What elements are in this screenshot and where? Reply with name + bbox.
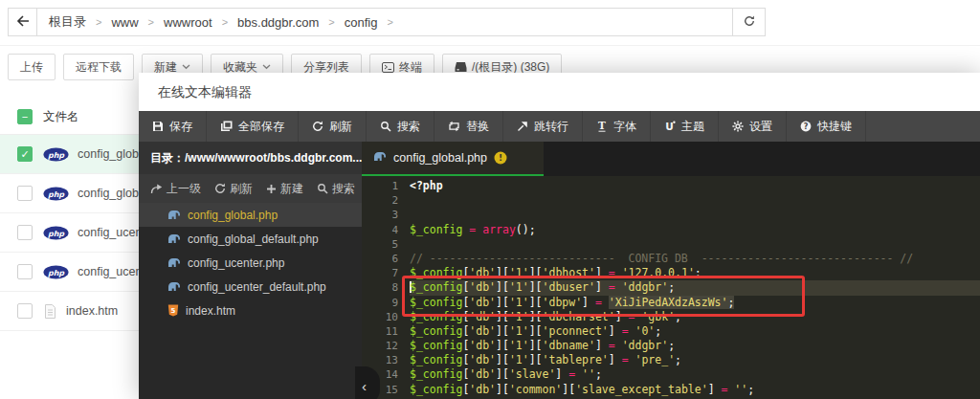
code-line[interactable]: 9$_config['db']['1']['dbpw'] = 'XiJiPedA… bbox=[362, 296, 980, 310]
code-token: ; bbox=[747, 383, 754, 396]
editor-body: 目录：/www/wwwroot/bbs.ddgbr.com... 上一级刷新新建… bbox=[139, 142, 980, 399]
code-line[interactable]: 2 bbox=[362, 193, 980, 208]
code-area[interactable]: 1<?php234$_config = array();56// -------… bbox=[362, 176, 980, 399]
editor-toolbar-button[interactable]: ?快捷键 bbox=[787, 111, 866, 142]
tree-item[interactable]: config_global_default.php bbox=[139, 227, 362, 251]
line-number: 13 bbox=[362, 353, 410, 367]
tree-item[interactable]: 5index.htm bbox=[139, 299, 362, 322]
tree-item[interactable]: config_ucenter.php bbox=[139, 251, 362, 275]
row-checkbox[interactable] bbox=[17, 303, 33, 319]
line-number: 6 bbox=[362, 252, 410, 266]
code-token bbox=[602, 296, 609, 309]
code-line[interactable]: 4$_config = array(); bbox=[362, 223, 980, 237]
editor-toolbar-button[interactable]: U主题 bbox=[651, 111, 719, 142]
php-badge-icon: php bbox=[43, 265, 69, 279]
editor-toolbar-button[interactable]: 刷新 bbox=[299, 111, 367, 142]
action-button[interactable]: 远程下载 bbox=[63, 54, 134, 80]
collapse-tree-handle[interactable]: ‹ bbox=[355, 366, 380, 399]
row-checkbox[interactable] bbox=[17, 186, 33, 201]
code-line[interactable]: 11$_config['db']['1']['pconnect'] = '0'; bbox=[362, 324, 980, 339]
code-token: $_config bbox=[410, 310, 462, 323]
editor-toolbar-button[interactable]: T字体 bbox=[583, 111, 651, 142]
code-token: 'db' bbox=[469, 280, 496, 294]
current-directory: 目录：/www/wwwroot/bbs.ddgbr.com... bbox=[139, 142, 362, 174]
editor-toolbar-button[interactable]: 全部保存 bbox=[207, 111, 299, 142]
code-token: $_config bbox=[410, 353, 462, 366]
code-text: $_config['db']['slave'] = ''; bbox=[410, 367, 980, 382]
breadcrumb-item[interactable]: bbs.ddgbr.com bbox=[237, 15, 319, 30]
line-number: 7 bbox=[362, 266, 410, 280]
php-file-icon bbox=[167, 281, 181, 292]
tab-filename: config_global.php bbox=[393, 151, 487, 165]
code-text bbox=[410, 208, 980, 222]
code-token: 'db' bbox=[469, 339, 496, 352]
breadcrumb-item[interactable]: config bbox=[345, 15, 378, 30]
tree-item[interactable]: config_global.php bbox=[139, 203, 362, 227]
refresh-button[interactable] bbox=[732, 9, 765, 35]
code-text bbox=[410, 193, 980, 208]
tree-toolbar-label: 搜索 bbox=[332, 181, 355, 197]
tree-toolbar-button[interactable]: 新建 bbox=[266, 181, 303, 197]
code-line[interactable]: 12$_config['db']['1']['dbname'] = 'ddgbr… bbox=[362, 339, 980, 353]
code-token: = bbox=[595, 296, 602, 309]
editor-toolbar-button[interactable]: 搜索 bbox=[367, 111, 434, 142]
code-line[interactable]: 8$_config['db']['1']['dbuser'] = 'ddgbr'… bbox=[362, 280, 980, 295]
editor-toolbar-label: 设置 bbox=[749, 119, 772, 135]
code-line[interactable]: 1<?php bbox=[362, 179, 980, 193]
editor-toolbar-label: 搜索 bbox=[397, 119, 420, 135]
code-line[interactable]: 3 bbox=[362, 208, 980, 222]
tree-item[interactable]: config_ucenter_default.php bbox=[139, 275, 362, 299]
editor-toolbar-button[interactable]: 保存 bbox=[139, 111, 207, 142]
breadcrumb-item[interactable]: wwwroot bbox=[164, 15, 212, 30]
php-file-icon bbox=[167, 257, 181, 268]
code-line[interactable]: 6// ---------------------------- CONFIG … bbox=[362, 252, 980, 266]
breadcrumb-item[interactable]: 根目录 bbox=[49, 13, 86, 31]
tree-toolbar-button[interactable]: 搜索 bbox=[317, 181, 355, 197]
refresh-icon bbox=[744, 15, 755, 30]
tree-toolbar-button[interactable]: 上一级 bbox=[150, 181, 201, 197]
code-token: $_config bbox=[410, 367, 462, 381]
code-token: 'ddgbr' bbox=[622, 339, 668, 352]
code-token: ] bbox=[582, 296, 595, 309]
back-button[interactable] bbox=[9, 9, 37, 35]
code-text: $_config['db']['1']['tablepre'] = 'pre_'… bbox=[410, 353, 980, 367]
code-token bbox=[629, 353, 635, 366]
code-token: ][ bbox=[529, 280, 543, 294]
code-token: = bbox=[609, 339, 615, 352]
php-file-icon bbox=[373, 151, 387, 165]
svg-text:php: php bbox=[48, 189, 65, 198]
code-token: 'db' bbox=[469, 367, 496, 381]
code-token: = bbox=[629, 310, 635, 323]
editor-toolbar-button[interactable]: 跳转行 bbox=[503, 111, 583, 142]
code-text: $_config['db']['1']['dbuser'] = 'ddgbr'; bbox=[410, 280, 980, 295]
code-line[interactable]: 5 bbox=[362, 237, 980, 252]
code-line[interactable]: 14$_config['db']['slave'] = ''; bbox=[362, 367, 980, 382]
code-line[interactable]: 13$_config['db']['1']['tablepre'] = 'pre… bbox=[362, 353, 980, 367]
row-checkbox[interactable] bbox=[17, 264, 33, 279]
row-checkbox[interactable] bbox=[17, 225, 33, 240]
up-level-icon bbox=[150, 184, 163, 194]
select-all-checkbox[interactable]: − bbox=[17, 109, 33, 124]
editor-toolbar-button[interactable]: 设置 bbox=[719, 111, 787, 142]
action-button[interactable]: 上传 bbox=[8, 54, 56, 80]
breadcrumb-separator: > bbox=[387, 16, 392, 28]
php-badge-icon: php bbox=[43, 147, 69, 162]
tree-toolbar-button[interactable]: 刷新 bbox=[214, 181, 253, 197]
row-checkbox[interactable]: ✓ bbox=[17, 146, 33, 162]
editor-tab[interactable]: config_global.php ! bbox=[362, 142, 544, 176]
code-token: ; bbox=[727, 296, 734, 309]
dir-path: /www/wwwroot/bbs.ddgbr.com... bbox=[185, 151, 362, 165]
breadcrumb-separator: > bbox=[328, 16, 334, 28]
breadcrumb-separator: > bbox=[148, 16, 154, 28]
code-line[interactable]: 7$_config['db']['1']['dbhost'] = '127.0.… bbox=[362, 266, 980, 280]
code-line[interactable]: 15$_config['db']['common']['slave_except… bbox=[362, 383, 980, 397]
breadcrumb-item[interactable]: www bbox=[111, 15, 138, 30]
code-token: ][ bbox=[496, 266, 509, 279]
code-token: ][ bbox=[529, 266, 543, 279]
editor-toolbar-button[interactable]: 替换 bbox=[434, 111, 503, 142]
editor-toolbar-label: 字体 bbox=[613, 119, 636, 135]
editor-toolbar: 保存全部保存刷新搜索替换跳转行T字体U主题设置?快捷键 bbox=[139, 111, 980, 142]
code-line[interactable]: 10$_config['db']['1']['dbcharset'] = 'gb… bbox=[362, 310, 980, 324]
code-token: 'slave' bbox=[509, 367, 555, 381]
code-token: '1' bbox=[509, 324, 529, 338]
